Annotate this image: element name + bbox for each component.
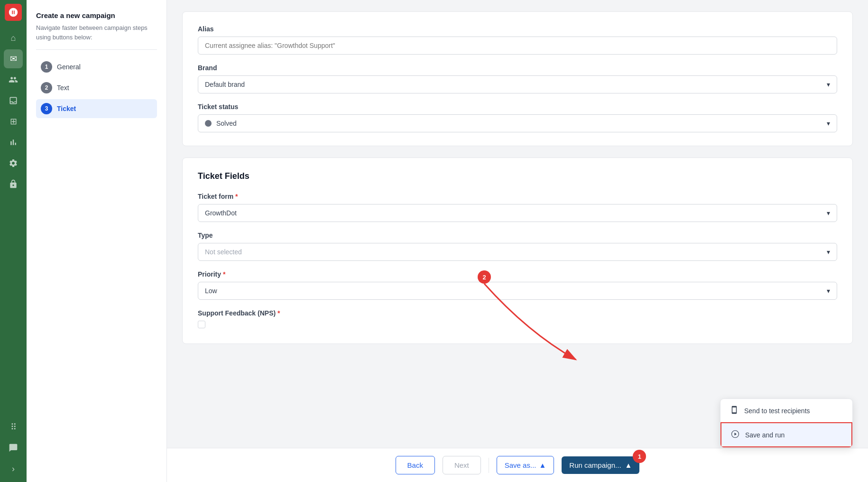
- ticket-fields-card: Ticket Fields Ticket form * GrowthDot ▾ …: [182, 158, 853, 344]
- sidebar-item-text[interactable]: 2 Text: [36, 78, 157, 97]
- save-and-run-item[interactable]: Save and run: [720, 422, 852, 447]
- play-icon: [731, 430, 739, 440]
- support-feedback-checkbox-wrapper: [198, 321, 837, 328]
- sidebar-desc: Navigate faster between campaign steps u…: [36, 23, 157, 42]
- brand-value: Default brand: [205, 81, 245, 88]
- users-group-icon[interactable]: [4, 70, 23, 89]
- nav-rail: ⌂ ✉ ⊞ ⠿ ›: [0, 0, 27, 482]
- ticket-form-select[interactable]: GrowthDot ▾: [198, 204, 837, 222]
- type-label: Type: [198, 232, 837, 239]
- alias-input[interactable]: [198, 37, 837, 55]
- mail-icon[interactable]: ✉: [4, 49, 23, 68]
- apps-icon[interactable]: ⠿: [4, 417, 23, 436]
- run-campaign-chevron-icon: ▲: [625, 461, 632, 469]
- step-label-ticket: Ticket: [57, 105, 76, 112]
- ticket-form-value: GrowthDot: [205, 209, 237, 217]
- priority-value: Low: [205, 287, 217, 295]
- save-as-chevron-icon: ▲: [539, 461, 546, 469]
- inbox-icon[interactable]: [4, 91, 23, 110]
- type-chevron-icon: ▾: [827, 248, 830, 256]
- chat-icon[interactable]: [4, 438, 23, 457]
- home-icon[interactable]: ⌂: [4, 28, 23, 47]
- ticket-fields-title: Ticket Fields: [198, 171, 837, 181]
- sidebar-item-general[interactable]: 1 General: [36, 57, 157, 76]
- ticket-settings-card: Alias Brand Default brand ▾ Ticket statu…: [182, 11, 853, 146]
- phone-icon: [730, 406, 739, 416]
- sidebar-item-ticket[interactable]: 3 Ticket: [36, 99, 157, 118]
- priority-chevron-icon: ▾: [827, 287, 830, 295]
- brand-chevron-icon: ▾: [827, 81, 830, 88]
- run-campaign-dropdown: Send to test recipients Save and run: [720, 399, 853, 448]
- ticket-form-label: Ticket form *: [198, 193, 837, 200]
- chart-icon[interactable]: [4, 133, 23, 152]
- priority-select[interactable]: Low ▾: [198, 282, 837, 300]
- settings-icon[interactable]: [4, 154, 23, 173]
- support-feedback-label: Support Feedback (NPS) *: [198, 309, 837, 317]
- main-content: Alias Brand Default brand ▾ Ticket statu…: [167, 0, 868, 482]
- ticket-status-label: Ticket status: [198, 103, 837, 111]
- run-campaign-label: Run campaign...: [569, 461, 621, 469]
- app-logo[interactable]: [5, 4, 22, 21]
- support-feedback-required: *: [276, 309, 280, 317]
- send-to-test-label: Send to test recipients: [744, 407, 810, 415]
- type-select[interactable]: Not selected ▾: [198, 243, 837, 261]
- alias-label: Alias: [198, 25, 837, 33]
- ticket-status-value: Solved: [216, 120, 237, 127]
- run-campaign-button[interactable]: Run campaign... ▲ 1: [562, 456, 639, 474]
- lock-icon[interactable]: [4, 175, 23, 194]
- brand-select[interactable]: Default brand ▾: [198, 75, 837, 93]
- content-area: Alias Brand Default brand ▾ Ticket statu…: [167, 0, 868, 448]
- step-number-1: 1: [41, 61, 52, 73]
- type-value: Not selected: [205, 248, 242, 256]
- svg-marker-1: [735, 433, 737, 436]
- toolbar-divider: [489, 458, 489, 473]
- step-number-3: 3: [41, 103, 52, 114]
- step-label-general: General: [57, 63, 81, 71]
- save-as-button[interactable]: Save as... ▲: [497, 456, 554, 474]
- sidebar-divider: [36, 49, 157, 50]
- step-number-2: 2: [41, 82, 52, 93]
- annotation-1: 1: [633, 450, 646, 463]
- step-label-text: Text: [57, 84, 69, 92]
- ticket-form-chevron-icon: ▾: [827, 209, 830, 217]
- save-and-run-label: Save and run: [745, 431, 785, 439]
- ticket-form-required: *: [233, 193, 238, 200]
- priority-required: *: [221, 270, 225, 278]
- priority-label: Priority *: [198, 270, 837, 278]
- next-button[interactable]: Next: [443, 456, 481, 474]
- bottom-toolbar: Back Next Save as... ▲ Run campaign... ▲…: [167, 448, 868, 482]
- support-feedback-checkbox[interactable]: [198, 321, 205, 328]
- status-dot-icon: [205, 120, 212, 127]
- send-to-test-item[interactable]: Send to test recipients: [720, 399, 852, 422]
- brand-label: Brand: [198, 64, 837, 72]
- save-as-label: Save as...: [505, 461, 536, 469]
- ticket-status-chevron-icon: ▾: [827, 120, 830, 127]
- annotation-2: 2: [478, 270, 491, 284]
- sidebar-title: Create a new campaign: [36, 11, 157, 19]
- ticket-status-select[interactable]: Solved ▾: [198, 114, 837, 132]
- sidebar: Create a new campaign Navigate faster be…: [27, 0, 167, 482]
- expand-icon[interactable]: ›: [4, 459, 23, 478]
- grid-icon[interactable]: ⊞: [4, 112, 23, 131]
- back-button[interactable]: Back: [396, 456, 435, 474]
